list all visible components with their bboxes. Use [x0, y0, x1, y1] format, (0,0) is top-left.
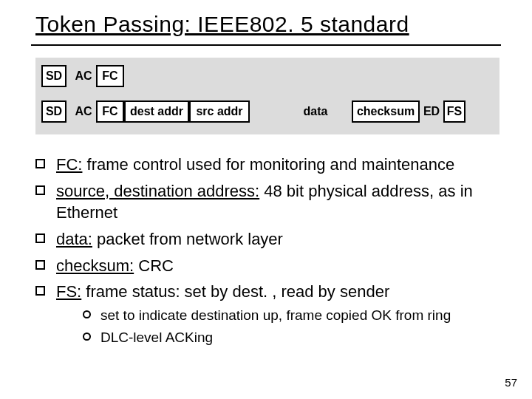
bullet-lead: FC:	[56, 155, 82, 174]
bullet-list: FC: frame control used for monitoring an…	[35, 154, 499, 347]
list-item: set to indicate destination up, frame co…	[83, 306, 499, 325]
slide: Token Passing: IEEE802. 5 standard SD AC…	[0, 0, 532, 399]
frame-diagram: SD AC FC SD AC FC dest addr src addr dat…	[35, 58, 499, 134]
field-dest-addr: dest addr	[124, 100, 189, 123]
field-ac: AC	[71, 100, 96, 123]
spacer	[250, 100, 293, 123]
list-item: FC: frame control used for monitoring an…	[35, 154, 499, 176]
spacer	[338, 100, 352, 123]
field-checksum: checksum	[352, 100, 420, 123]
content-area: FC: frame control used for monitoring an…	[35, 154, 499, 351]
list-item: DLC-level ACKing	[83, 328, 499, 347]
field-fc: FC	[96, 65, 124, 87]
bullet-text: CRC	[134, 256, 174, 275]
list-item: source, destination address: 48 bit phys…	[35, 180, 499, 224]
list-item: checksum: CRC	[35, 255, 499, 277]
bullet-lead: source, destination address:	[56, 182, 259, 200]
title-underline-rule	[31, 44, 501, 46]
field-fs: FS	[443, 100, 466, 123]
field-data: data	[293, 100, 338, 123]
sub-bullet-list: set to indicate destination up, frame co…	[56, 306, 499, 347]
bullet-lead: data:	[56, 230, 92, 248]
bullet-lead: FS:	[56, 282, 81, 301]
data-frame-row: SD AC FC dest addr src addr data checksu…	[41, 100, 466, 123]
list-item: data: packet from network layer	[35, 228, 499, 250]
page-title: Token Passing: IEEE802. 5 standard	[35, 12, 409, 37]
field-src-addr: src addr	[189, 100, 250, 123]
bullet-text: frame status: set by dest. , read by sen…	[81, 282, 389, 301]
field-sd: SD	[41, 100, 66, 123]
bullet-text: packet from network layer	[92, 230, 283, 248]
bullet-text: frame control used for monitoring and ma…	[82, 155, 454, 174]
field-fc: FC	[96, 100, 124, 123]
list-item: FS: frame status: set by dest. , read by…	[35, 281, 499, 347]
field-ac: AC	[71, 65, 96, 87]
field-ed: ED	[420, 100, 443, 123]
bullet-lead: checksum:	[56, 256, 134, 275]
page-number: 57	[505, 376, 517, 389]
field-sd: SD	[41, 65, 66, 87]
token-frame-row: SD AC FC	[41, 65, 124, 87]
